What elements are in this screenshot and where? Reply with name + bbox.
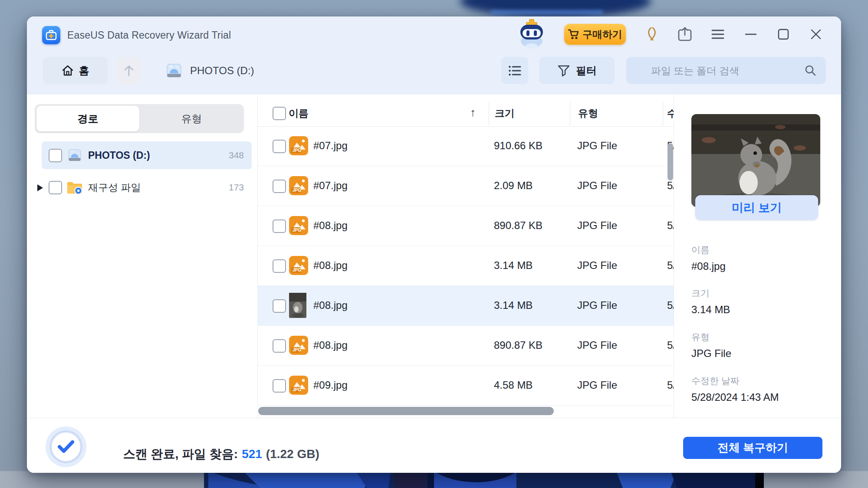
drive-icon xyxy=(165,61,183,81)
file-type: JPG File xyxy=(577,259,617,272)
recover-all-button[interactable]: 전체 복구하기 xyxy=(683,437,822,459)
table-row[interactable]: JPG #08.jpg 3.14 MB JPG File 5/ xyxy=(257,246,674,286)
file-size: 4.58 MB xyxy=(494,379,533,391)
row-checkbox[interactable] xyxy=(273,379,286,393)
column-name[interactable]: 이름 xyxy=(289,107,309,120)
list-view-button[interactable] xyxy=(501,57,528,84)
column-type[interactable]: 유형 xyxy=(578,107,598,120)
arrow-up-icon xyxy=(123,65,135,77)
column-size[interactable]: 크기 xyxy=(495,107,515,120)
jpg-file-icon: JPG xyxy=(289,216,308,237)
share-up-icon[interactable] xyxy=(675,25,694,44)
jpg-file-icon: JPG xyxy=(289,336,308,357)
file-type: JPG File xyxy=(577,339,617,351)
total-size: (1.22 GB) xyxy=(266,447,319,461)
minimize-button[interactable] xyxy=(741,25,760,44)
wallpaper-bloom-shape xyxy=(460,0,651,17)
file-date-clipped: 5/ xyxy=(667,339,674,351)
check-circle-icon xyxy=(49,430,82,463)
breadcrumb-location[interactable]: PHOTOS (D:) xyxy=(165,57,254,84)
preview-field: 크기 3.14 MB xyxy=(691,287,835,316)
up-button[interactable] xyxy=(116,57,141,84)
row-checkbox[interactable] xyxy=(273,180,286,193)
preview-panel: 미리 보기 이름 #08.jpg 크기 3.14 MB 유형 JPG File … xyxy=(674,95,841,418)
filter-button[interactable]: 필터 xyxy=(539,57,615,84)
column-date-clipped[interactable]: 수 xyxy=(667,107,674,120)
buy-button[interactable]: 구매하기 xyxy=(564,24,626,45)
file-date-clipped: 5/ xyxy=(667,379,674,391)
preview-field-label: 유형 xyxy=(691,331,835,343)
tab-type[interactable]: 유형 xyxy=(139,104,244,133)
app-window: EaseUS Data Recovery Wizard Trial 구매하기 xyxy=(27,16,841,473)
row-checkbox[interactable] xyxy=(273,140,286,153)
divider xyxy=(663,102,663,125)
row-checkbox[interactable] xyxy=(273,299,286,313)
table-row[interactable]: JPG #09.jpg 4.58 MB JPG File 5/ xyxy=(257,366,674,406)
desktop-wallpaper-top xyxy=(0,0,868,17)
row-checkbox[interactable] xyxy=(273,259,286,273)
main-content: 경로 유형 PHOTOS (D:) 348 xyxy=(27,95,841,418)
list-view-icon xyxy=(508,65,521,76)
drive-icon xyxy=(66,147,83,164)
checkbox[interactable] xyxy=(49,149,62,162)
assistant-robot-icon[interactable] xyxy=(516,19,547,50)
file-name: #09.jpg xyxy=(313,379,348,391)
row-checkbox[interactable] xyxy=(273,339,286,353)
buy-button-label: 구매하기 xyxy=(582,28,622,41)
row-checkbox[interactable] xyxy=(273,219,286,233)
sidebar-item-reconstructed-files[interactable]: 재구성 파일 173 xyxy=(42,174,252,201)
maximize-button[interactable] xyxy=(774,25,793,44)
file-date-clipped: 5/ xyxy=(667,180,674,192)
svg-text:JPG: JPG xyxy=(293,188,301,193)
svg-text:JPG: JPG xyxy=(293,347,301,352)
desktop-wallpaper-bottom xyxy=(0,471,868,488)
close-button[interactable] xyxy=(806,25,825,44)
search-input[interactable] xyxy=(650,57,795,85)
sidebar-item-count: 173 xyxy=(229,182,244,193)
file-name: #08.jpg xyxy=(313,339,348,351)
preview-field-value: 3.14 MB xyxy=(691,304,835,316)
file-type: JPG File xyxy=(577,379,617,391)
jpg-file-icon: JPG xyxy=(289,176,308,197)
table-row[interactable]: JPG #08.jpg 890.87 KB JPG File 5/ xyxy=(257,326,674,366)
preview-field-label: 이름 xyxy=(691,244,835,256)
found-count: 521 xyxy=(242,447,262,461)
sidebar-item-count: 348 xyxy=(229,150,244,160)
select-all-checkbox[interactable] xyxy=(273,107,286,120)
svg-text:JPG: JPG xyxy=(293,148,301,153)
status-bar: 스캔 완료, 파일 찾음:521(1.22 GB) 전체 복구하기 xyxy=(27,418,841,473)
file-size: 3.14 MB xyxy=(494,259,533,272)
table-header: 이름 ↑ 크기 유형 수 xyxy=(257,100,674,127)
preview-field: 이름 #08.jpg xyxy=(691,244,835,272)
file-size: 910.66 KB xyxy=(494,140,542,152)
ribbon-icon[interactable] xyxy=(642,25,661,44)
sort-ascending-icon[interactable]: ↑ xyxy=(470,106,476,119)
file-name: #08.jpg xyxy=(313,219,348,232)
wallpaper-bloom-folds xyxy=(0,471,868,488)
horizontal-scrollbar-thumb[interactable] xyxy=(258,407,554,415)
window-title: EaseUS Data Recovery Wizard Trial xyxy=(67,29,231,41)
table-row[interactable]: JPG #08.jpg 890.87 KB JPG File 5/ xyxy=(257,206,674,246)
app-logo-icon xyxy=(42,26,60,44)
search-box xyxy=(626,57,826,84)
sidebar-item-photos-drive[interactable]: PHOTOS (D:) 348 xyxy=(42,141,252,169)
vertical-scrollbar-thumb[interactable] xyxy=(667,143,673,180)
file-type: JPG File xyxy=(577,140,617,152)
file-size: 890.87 KB xyxy=(494,219,542,232)
file-size: 2.09 MB xyxy=(494,180,533,192)
file-name: #07.jpg xyxy=(313,180,348,192)
table-row[interactable]: JPG #07.jpg 910.66 KB JPG File 5/ xyxy=(257,126,674,166)
table-row[interactable]: JPG #07.jpg 2.09 MB JPG File 5/ xyxy=(257,166,674,206)
table-row[interactable]: JPG #08.jpg 3.14 MB JPG File 5/ xyxy=(257,286,674,326)
checkbox[interactable] xyxy=(49,181,62,194)
file-date-clipped: 5/ xyxy=(667,299,674,311)
home-button[interactable]: 홈 xyxy=(43,57,108,84)
tab-path[interactable]: 경로 xyxy=(36,106,139,131)
menu-icon[interactable] xyxy=(708,25,727,44)
file-name: #07.jpg xyxy=(313,140,348,152)
jpg-file-icon: JPG xyxy=(289,256,308,277)
preview-button[interactable]: 미리 보기 xyxy=(695,195,818,220)
jpg-file-icon: JPG xyxy=(289,376,308,396)
file-date-clipped: 5/ xyxy=(667,259,674,272)
search-icon[interactable] xyxy=(804,64,816,76)
